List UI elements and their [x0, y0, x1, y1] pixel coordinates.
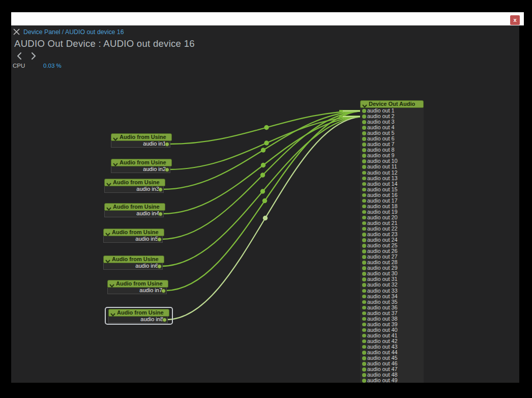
- audio-out-port[interactable]: [362, 277, 366, 281]
- audio-in-label: audio in8: [140, 316, 163, 322]
- node-header: Audio from Usine: [107, 280, 168, 288]
- audio-out-port[interactable]: [362, 205, 366, 209]
- audio-out-port[interactable]: [362, 227, 366, 231]
- audio-in-label: audio in3: [136, 186, 159, 192]
- audio-out-port[interactable]: [362, 148, 366, 152]
- audio-in-port[interactable]: [158, 212, 163, 216]
- close-button[interactable]: x: [510, 15, 520, 25]
- audio-from-usine-node[interactable]: Audio from Usineaudio in3: [104, 179, 165, 193]
- node-header-label: Device Out Audio: [369, 101, 415, 107]
- wire-midpoint-handle[interactable]: [262, 198, 267, 203]
- audio-from-usine-node[interactable]: Audio from Usineaudio in2: [111, 159, 172, 173]
- audio-from-usine-node[interactable]: Audio from Usineaudio in4: [104, 203, 165, 217]
- audio-out-port[interactable]: [362, 261, 366, 265]
- node-body: audio in5: [103, 236, 163, 243]
- audio-out-port[interactable]: [362, 210, 366, 214]
- audio-out-port[interactable]: [362, 238, 366, 242]
- audio-out-port[interactable]: [362, 255, 366, 259]
- audio-out-port[interactable]: [362, 159, 366, 163]
- audio-out-port[interactable]: [362, 289, 366, 293]
- audio-from-usine-node[interactable]: Audio from Usineaudio in7: [107, 280, 168, 294]
- audio-out-port[interactable]: [362, 154, 366, 158]
- audio-out-port[interactable]: [362, 109, 366, 113]
- wire-midpoint-handle[interactable]: [260, 189, 265, 193]
- audio-from-usine-node[interactable]: Audio from Usineaudio in5: [103, 229, 164, 243]
- wire-midpoint-handle[interactable]: [260, 173, 265, 177]
- audio-out-port[interactable]: [362, 188, 366, 192]
- device-out-node-header[interactable]: Device Out Audio: [360, 100, 424, 108]
- audio-out-port[interactable]: [362, 177, 366, 181]
- node-body: audio in4: [104, 211, 164, 217]
- audio-out-port[interactable]: [362, 295, 366, 299]
- audio-out-port[interactable]: [362, 126, 366, 130]
- audio-out-port[interactable]: [362, 345, 366, 349]
- audio-in-label: audio in1: [143, 140, 166, 147]
- audio-out-port[interactable]: [362, 143, 366, 147]
- audio-out-port[interactable]: [362, 216, 366, 220]
- node-header: Audio from Usine: [111, 159, 172, 166]
- audio-out-port[interactable]: [362, 233, 366, 237]
- audio-out-port[interactable]: [362, 323, 366, 327]
- device-out-row: audio out 49: [360, 378, 424, 383]
- audio-out-port[interactable]: [362, 317, 366, 321]
- audio-out-port[interactable]: [362, 193, 366, 197]
- audio-out-port[interactable]: [362, 244, 366, 248]
- node-header: Audio from Usine: [111, 133, 172, 141]
- audio-out-port[interactable]: [362, 373, 366, 377]
- node-header-label: Audio from Usine: [117, 309, 164, 316]
- audio-out-port[interactable]: [362, 249, 366, 253]
- wire-midpoint-handle[interactable]: [261, 163, 265, 167]
- audio-out-port[interactable]: [362, 137, 366, 141]
- audio-in-port[interactable]: [165, 167, 169, 172]
- window-titlebar[interactable]: x: [11, 12, 524, 25]
- audio-out-port[interactable]: [362, 283, 366, 287]
- connections-layer: [11, 25, 519, 383]
- node-header-label: Audio from Usine: [120, 134, 166, 140]
- audio-out-port[interactable]: [362, 221, 366, 225]
- audio-out-port[interactable]: [362, 182, 366, 186]
- wire-midpoint-handle[interactable]: [264, 140, 269, 145]
- screen: x Device Panel / AUDIO out device 16 AUD…: [0, 0, 532, 398]
- audio-out-port[interactable]: [362, 379, 366, 383]
- audio-from-usine-node[interactable]: Audio from Usineaudio in8: [108, 309, 169, 323]
- audio-from-usine-node[interactable]: Audio from Usineaudio in1: [111, 133, 172, 148]
- node-body: audio in3: [104, 186, 164, 193]
- node-body: audio in2: [111, 166, 170, 173]
- node-body: audio in8: [108, 317, 168, 323]
- node-body: audio in1: [111, 141, 170, 148]
- audio-out-port[interactable]: [362, 311, 366, 316]
- audio-in-port[interactable]: [165, 142, 169, 147]
- audio-out-port[interactable]: [362, 367, 366, 372]
- audio-in-port[interactable]: [157, 264, 162, 269]
- audio-out-port[interactable]: [362, 356, 366, 360]
- audio-out-port[interactable]: [362, 120, 366, 124]
- audio-in-port[interactable]: [161, 289, 166, 293]
- wire-midpoint-handle[interactable]: [261, 148, 265, 152]
- audio-out-port[interactable]: [362, 272, 366, 276]
- device-panel: Device Panel / AUDIO out device 16 AUDIO…: [11, 25, 519, 383]
- node-header-label: Audio from Usine: [120, 159, 166, 165]
- audio-in-port[interactable]: [162, 318, 167, 322]
- wire-midpoint-handle[interactable]: [264, 125, 269, 130]
- audio-out-port[interactable]: [362, 115, 366, 119]
- audio-in-label: audio in2: [143, 166, 166, 172]
- audio-out-port[interactable]: [362, 351, 366, 355]
- audio-out-port[interactable]: [362, 165, 366, 169]
- wire-midpoint-handle[interactable]: [263, 216, 268, 220]
- audio-out-port[interactable]: [362, 300, 366, 304]
- audio-in-port[interactable]: [157, 237, 162, 242]
- audio-out-port[interactable]: [362, 328, 366, 332]
- audio-out-port[interactable]: [362, 266, 366, 270]
- audio-out-port[interactable]: [362, 171, 366, 175]
- audio-in-port[interactable]: [158, 187, 163, 192]
- audio-out-port[interactable]: [362, 339, 366, 344]
- audio-out-port[interactable]: [362, 306, 366, 310]
- audio-out-port[interactable]: [362, 131, 366, 135]
- audio-out-label: audio out 49: [367, 377, 397, 383]
- audio-out-port[interactable]: [362, 334, 366, 338]
- audio-out-port[interactable]: [362, 199, 366, 203]
- node-header-label: Audio from Usine: [116, 280, 163, 287]
- node-header: Audio from Usine: [104, 179, 165, 186]
- audio-from-usine-node[interactable]: Audio from Usineaudio in6: [103, 255, 164, 270]
- audio-out-port[interactable]: [362, 362, 366, 366]
